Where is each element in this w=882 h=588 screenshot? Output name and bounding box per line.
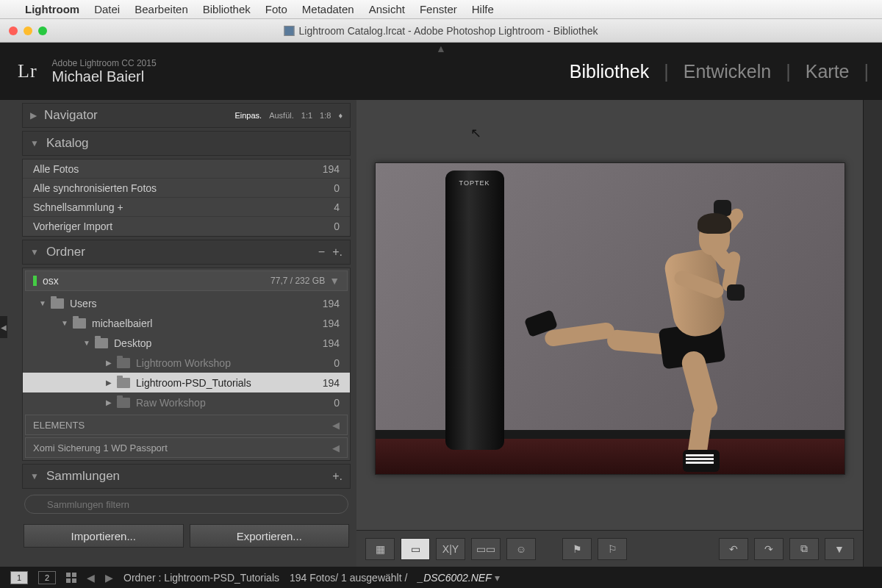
nav-forward-icon[interactable]: ▶	[105, 572, 113, 584]
disclosure-right-icon[interactable]: ▶	[30, 110, 37, 121]
folder-icon	[117, 398, 130, 408]
panel-collapse-left-icon[interactable]: ◀	[0, 316, 7, 338]
menu-foto[interactable]: Foto	[265, 3, 287, 15]
disclosure-down-icon[interactable]: ▼	[82, 339, 92, 347]
import-button[interactable]: Importieren...	[24, 524, 184, 548]
survey-view-button[interactable]: ▭▭	[471, 538, 501, 560]
menu-metadaten[interactable]: Metadaten	[302, 3, 354, 15]
nav-fit[interactable]: Einpas.	[234, 111, 262, 120]
catalog-body: Alle Fotos194 Alle synchronisierten Foto…	[22, 159, 351, 237]
catalog-row-all[interactable]: Alle Fotos194	[23, 159, 350, 179]
right-panel-collapsed[interactable]	[863, 100, 882, 567]
menu-bibliothek[interactable]: Bibliothek	[203, 3, 251, 15]
status-filename[interactable]: _DSC6002.NEF▾	[417, 572, 499, 584]
flag-reject-button[interactable]: ⚐	[598, 538, 627, 560]
grid-view-button[interactable]: ▦	[365, 538, 395, 560]
menu-datei[interactable]: Datei	[94, 3, 120, 15]
photo-preview[interactable]: TOPTEK	[375, 162, 845, 475]
folder-row[interactable]: ▼michaelbaierl194	[23, 313, 350, 333]
monitor-1-button[interactable]: 1	[10, 571, 28, 584]
rotate-ccw-button[interactable]: ↶	[719, 538, 748, 560]
nav-1-1[interactable]: 1:1	[301, 111, 312, 120]
disclosure-down-icon[interactable]: ▼	[60, 319, 70, 327]
window-titlebar: Lightroom Catalog.lrcat - Adobe Photosho…	[0, 19, 882, 43]
collections-search-input[interactable]	[24, 495, 348, 514]
loupe-toolbar: ▦ ▭ X|Y ▭▭ ☺ ⚑ ⚐ ↶ ↷ ⧉ ▼	[356, 530, 863, 567]
catalog-row-quick[interactable]: Schnellsammlung +4	[23, 198, 350, 217]
flag-pick-button[interactable]: ⚑	[562, 538, 592, 560]
collection-add-icon[interactable]: +.	[332, 470, 343, 483]
module-karte[interactable]: Karte	[806, 61, 850, 82]
drive-passport[interactable]: Xomi Sicherung 1 WD Passport◀	[25, 437, 348, 458]
toolbar-menu-icon[interactable]: ▼	[825, 538, 854, 560]
lightroom-logo: Lr	[18, 60, 37, 82]
close-icon[interactable]	[9, 26, 18, 35]
minimize-icon[interactable]	[24, 26, 32, 35]
status-path-label: Ordner :	[123, 572, 161, 584]
rotate-cw-button[interactable]: ↷	[754, 538, 784, 560]
catalog-row-synced[interactable]: Alle synchronisierten Fotos0	[23, 179, 350, 198]
status-path[interactable]: Lightroom-PSD_Tutorials	[164, 572, 279, 584]
punching-bag: TOPTEK	[445, 171, 504, 450]
menu-app-name[interactable]: Lightroom	[25, 3, 79, 15]
menu-ansicht[interactable]: Ansicht	[369, 3, 405, 15]
folder-icon	[73, 318, 86, 329]
chevron-left-icon: ◀	[332, 420, 340, 431]
disclosure-down-icon[interactable]: ▼	[30, 138, 39, 148]
folder-row[interactable]: ▼Users194	[23, 293, 350, 313]
catalog-header[interactable]: ▼ Katalog	[22, 131, 351, 156]
folder-row[interactable]: ▼Desktop194	[23, 333, 350, 353]
menu-hilfe[interactable]: Hilfe	[472, 3, 494, 15]
collections-header[interactable]: ▼ Sammlungen +.	[22, 464, 351, 489]
disclosure-down-icon[interactable]: ▼	[30, 247, 39, 257]
folder-icon	[95, 338, 108, 348]
folder-row[interactable]: ▶Raw Workshop0	[23, 392, 350, 412]
zoom-icon[interactable]	[38, 26, 47, 35]
disclosure-right-icon[interactable]: ▶	[104, 398, 114, 406]
volume-status-icon	[33, 276, 37, 286]
catalog-file-icon	[284, 26, 294, 36]
nav-ratio[interactable]: 1:8	[320, 111, 331, 120]
grid-icon[interactable]	[66, 573, 76, 583]
menu-bearbeiten[interactable]: Bearbeiten	[135, 3, 188, 15]
module-bibliothek[interactable]: Bibliothek	[570, 61, 649, 82]
volume-row[interactable]: osx 77,7 / 232 GB ▼	[25, 270, 348, 291]
center-panel: TOPTEK ▦ ▭ X|Y ▭▭ ☺ ⚑ ⚐ ↶	[356, 100, 863, 567]
folder-icon	[117, 358, 130, 368]
nav-ratio-dropdown-icon[interactable]: ♦	[338, 111, 343, 120]
loupe-view-button[interactable]: ▭	[401, 538, 430, 560]
impromptu-slideshow-button[interactable]: ⧉	[789, 538, 819, 560]
folder-remove-icon[interactable]: −	[318, 245, 325, 259]
disclosure-right-icon[interactable]: ▶	[104, 379, 114, 387]
window-title: Lightroom Catalog.lrcat - Adobe Photosho…	[284, 25, 598, 37]
export-button[interactable]: Exportieren...	[190, 524, 350, 548]
folder-icon	[51, 298, 64, 309]
mac-menu-bar: Lightroom Datei Bearbeiten Bibliothek Fo…	[0, 0, 882, 19]
people-view-button[interactable]: ☺	[506, 538, 536, 560]
folder-row[interactable]: ▶Lightroom-PSD_Tutorials194	[23, 373, 350, 392]
compare-view-button[interactable]: X|Y	[436, 538, 465, 560]
disclosure-down-icon[interactable]: ▼	[37, 299, 48, 307]
folder-icon	[117, 378, 130, 388]
menu-fenster[interactable]: Fenster	[420, 3, 457, 15]
module-entwickeln[interactable]: Entwickeln	[684, 61, 772, 82]
folder-add-icon[interactable]: +.	[332, 245, 343, 259]
navigator-header[interactable]: ▶ Navigator Einpas. Ausfül. 1:1 1:8 ♦	[22, 103, 351, 128]
left-panel: ▶ Navigator Einpas. Ausfül. 1:1 1:8 ♦ ▼ …	[0, 100, 356, 567]
volume-dropdown-icon[interactable]: ▼	[329, 275, 340, 287]
catalog-row-previous-import[interactable]: Vorheriger Import0	[23, 217, 350, 236]
folders-body: osx 77,7 / 232 GB ▼ ▼Users194▼michaelbai…	[22, 268, 351, 461]
drive-elements[interactable]: ELEMENTS◀	[25, 415, 348, 435]
disclosure-down-icon[interactable]: ▼	[30, 471, 39, 481]
boxer-figure	[567, 185, 809, 457]
panel-collapse-top-icon[interactable]: ▲	[436, 43, 446, 54]
filmstrip-status-bar: 1 2 ◀ ▶ Ordner : Lightroom-PSD_Tutorials…	[0, 567, 882, 588]
disclosure-right-icon[interactable]: ▶	[104, 359, 114, 367]
identity-plate[interactable]: Michael Baierl	[52, 68, 157, 85]
monitor-2-button[interactable]: 2	[38, 571, 56, 584]
folders-header[interactable]: ▼ Ordner −+.	[22, 240, 351, 265]
folder-row[interactable]: ▶Lightroom Workshop0	[23, 353, 350, 373]
nav-back-icon[interactable]: ◀	[87, 572, 95, 584]
product-name: Adobe Lightroom CC 2015	[52, 58, 157, 68]
nav-fill[interactable]: Ausfül.	[269, 111, 294, 120]
